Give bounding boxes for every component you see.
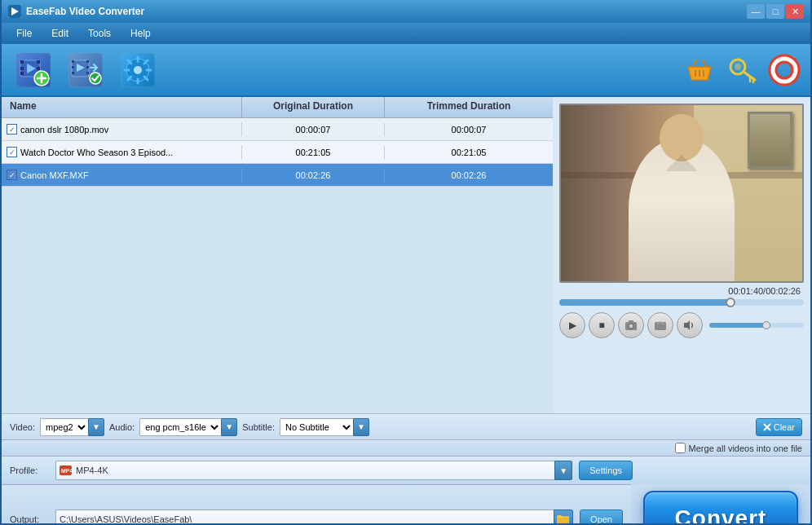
svg-marker-57 xyxy=(684,320,690,330)
title-bar: EaseFab Video Converter — □ ✕ xyxy=(2,0,810,23)
file-rows-container: ✓ canon dslr 1080p.mov 00:00:07 00:00:07… xyxy=(2,118,553,413)
subtitle-select-group: No Subtitle ▼ xyxy=(280,418,369,436)
file-name-cell: ✓ Canon MXF.MXF xyxy=(2,168,242,182)
profile-dropdown-btn[interactable]: ▼ xyxy=(554,461,572,480)
video-scene xyxy=(561,105,802,281)
subtitle-dropdown-btn[interactable]: ▼ xyxy=(353,418,369,436)
output-bar: Output: C:\Users\ASUS\Videos\EaseFab\ Op… xyxy=(2,484,631,525)
video-select-group: mpeg2 ▼ xyxy=(40,418,104,436)
convert-toolbar-icon xyxy=(68,53,103,87)
file-orig-cell: 00:00:07 xyxy=(242,123,385,136)
svg-point-54 xyxy=(629,324,633,329)
video-person-body xyxy=(629,139,735,281)
audio-select[interactable]: eng pcm_s16le xyxy=(139,418,221,436)
video-frame-pic xyxy=(748,112,792,169)
output-path-container: C:\Users\ASUS\Videos\EaseFab\ xyxy=(55,510,573,526)
file-trim-cell: 00:21:05 xyxy=(385,146,553,159)
file-orig-cell: 00:21:05 xyxy=(242,146,385,159)
add-file-icon xyxy=(16,53,51,87)
open-preview-button[interactable] xyxy=(647,312,673,338)
svg-point-41 xyxy=(735,64,741,70)
register-button[interactable] xyxy=(724,52,760,88)
video-select[interactable]: mpeg2 xyxy=(40,418,88,436)
buy-button[interactable] xyxy=(682,52,717,88)
screenshot-button[interactable] xyxy=(618,312,644,338)
video-frame-pic-inner xyxy=(750,114,790,166)
browse-folder-button[interactable] xyxy=(554,510,573,526)
seek-bar-container xyxy=(559,299,804,306)
file-checkbox-1[interactable]: ✓ xyxy=(7,124,17,135)
file-checkbox-3[interactable]: ✓ xyxy=(7,170,17,180)
seek-thumb[interactable] xyxy=(726,298,735,307)
file-trim-cell: 00:02:26 xyxy=(385,169,553,182)
svg-rect-5 xyxy=(20,67,24,70)
file-name-cell: ✓ Watch Doctor Who Season 3 Episod... xyxy=(2,145,242,159)
settings-toolbar-icon xyxy=(121,53,155,87)
file-orig-cell: 00:02:26 xyxy=(242,169,385,182)
video-label: Video: xyxy=(10,422,35,432)
merge-row: Merge all videos into one file xyxy=(2,439,810,456)
merge-checkbox[interactable] xyxy=(675,443,686,453)
col-name-header: Name xyxy=(2,97,242,117)
profile-label: Profile: xyxy=(10,465,49,475)
svg-rect-8 xyxy=(37,67,40,70)
svg-point-26 xyxy=(134,66,142,74)
play-button[interactable]: ▶ xyxy=(559,312,585,338)
subtitle-select[interactable]: No Subtitle xyxy=(280,418,353,436)
profile-select-display[interactable]: MP4 MP4-4K xyxy=(55,461,554,480)
help-button[interactable] xyxy=(766,52,802,88)
audio-dropdown-btn[interactable]: ▼ xyxy=(221,418,237,436)
video-dropdown-btn[interactable]: ▼ xyxy=(88,418,104,436)
file-trim-cell: 00:00:07 xyxy=(385,123,553,136)
audio-label: Audio: xyxy=(109,422,135,432)
maximize-button[interactable]: □ xyxy=(766,4,784,19)
svg-rect-21 xyxy=(86,72,89,74)
svg-rect-7 xyxy=(37,60,40,64)
folder-icon xyxy=(557,514,570,524)
svg-rect-17 xyxy=(72,66,74,68)
bottom-bar: Video: mpeg2 ▼ Audio: eng pcm_s16le ▼ Su… xyxy=(2,413,810,439)
table-row[interactable]: ✓ Canon MXF.MXF 00:02:26 00:02:26 xyxy=(2,164,553,187)
col-orig-header: Original Duration xyxy=(242,97,385,117)
open-button[interactable]: Open xyxy=(580,510,623,526)
output-convert-area: Output: C:\Users\ASUS\Videos\EaseFab\ Op… xyxy=(2,484,810,525)
clear-button[interactable]: Clear xyxy=(756,418,802,436)
close-button[interactable]: ✕ xyxy=(786,4,804,19)
menu-help[interactable]: Help xyxy=(122,25,159,42)
convert-area: Convert xyxy=(631,484,810,525)
app-title: EaseFab Video Converter xyxy=(26,6,144,17)
toolbar xyxy=(2,44,810,97)
seek-bar[interactable] xyxy=(559,299,804,306)
main-area: Name Original Duration Trimmed Duration … xyxy=(2,97,810,413)
subtitle-label: Subtitle: xyxy=(242,422,275,432)
svg-text:MP4: MP4 xyxy=(61,468,73,474)
video-person-head xyxy=(660,114,704,161)
merge-label[interactable]: Merge all videos into one file xyxy=(675,443,802,453)
svg-rect-18 xyxy=(72,72,74,74)
table-row[interactable]: ✓ canon dslr 1080p.mov 00:00:07 00:00:07 xyxy=(2,118,553,141)
toolbar-right xyxy=(682,52,802,88)
svg-rect-4 xyxy=(20,60,24,64)
svg-rect-16 xyxy=(72,60,74,63)
svg-rect-20 xyxy=(86,66,89,68)
clear-icon xyxy=(763,423,771,431)
convert-toolbar-button[interactable] xyxy=(62,49,109,91)
table-row[interactable]: ✓ Watch Doctor Who Season 3 Episod... 00… xyxy=(2,141,553,164)
menu-file[interactable]: File xyxy=(8,25,40,42)
volume-slider[interactable] xyxy=(709,323,804,328)
add-file-button[interactable] xyxy=(10,49,57,91)
settings-button[interactable]: Settings xyxy=(579,461,633,480)
menu-edit[interactable]: Edit xyxy=(43,25,77,42)
file-checkbox-2[interactable]: ✓ xyxy=(7,147,17,157)
settings-toolbar-button[interactable] xyxy=(114,49,161,91)
profile-select-container: MP4 MP4-4K ▼ xyxy=(55,461,572,480)
file-list-area: Name Original Duration Trimmed Duration … xyxy=(2,97,553,413)
stop-button[interactable]: ■ xyxy=(589,312,615,338)
convert-button[interactable]: Convert xyxy=(643,491,798,525)
minimize-button[interactable]: — xyxy=(747,4,765,19)
volume-button[interactable] xyxy=(677,312,703,338)
menu-tools[interactable]: Tools xyxy=(80,25,119,42)
window-controls: — □ ✕ xyxy=(747,4,804,19)
svg-rect-6 xyxy=(20,72,24,75)
volume-thumb[interactable] xyxy=(762,321,770,329)
